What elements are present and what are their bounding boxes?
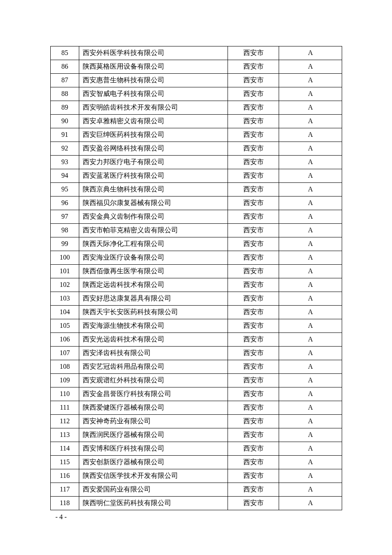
grade: A: [279, 469, 342, 483]
row-number: 85: [51, 46, 79, 60]
grade: A: [279, 224, 342, 237]
city: 西安市: [228, 197, 279, 210]
row-number: 115: [51, 456, 79, 469]
grade: A: [279, 456, 342, 469]
company-name: 陕西明仁堂医药科技有限公司: [79, 497, 228, 510]
grade: A: [279, 183, 342, 197]
company-name: 陕西爱健医疗器械有限公司: [79, 401, 228, 415]
company-name: 西安巨绅医药科技有限公司: [79, 128, 228, 142]
table-row: 93西安力邦医疗电子有限公司西安市A: [51, 156, 342, 169]
table-row: 114西安博和医疗科技有限公司西安市A: [51, 442, 342, 456]
company-name: 西安盈谷网络科技有限公司: [79, 142, 228, 156]
grade: A: [279, 142, 342, 156]
row-number: 101: [51, 265, 79, 278]
table-row: 99陕西天际净化工程有限公司西安市A: [51, 237, 342, 251]
grade: A: [279, 46, 342, 60]
company-name: 西安光远齿科技术有限公司: [79, 333, 228, 347]
company-name: 陕西福贝尔康复器械有限公司: [79, 197, 228, 210]
company-name: 西安海源生物技术有限公司: [79, 319, 228, 333]
company-name: 西安外科医学科技有限公司: [79, 46, 228, 60]
table-row: 88西安智威电子科技有限公司西安市A: [51, 87, 342, 101]
city: 西安市: [228, 224, 279, 237]
city: 西安市: [228, 251, 279, 265]
row-number: 116: [51, 469, 79, 483]
row-number: 107: [51, 347, 79, 360]
table-row: 118陕西明仁堂医药科技有限公司西安市A: [51, 497, 342, 510]
table-row: 113陕西润民医疗器械有限公司西安市A: [51, 428, 342, 442]
row-number: 117: [51, 483, 79, 497]
company-name: 西安观谱红外科技有限公司: [79, 374, 228, 387]
table-row: 104陕西天宇长安医药科技有限公司西安市A: [51, 306, 342, 319]
row-number: 95: [51, 183, 79, 197]
data-table: 85西安外科医学科技有限公司西安市A86陕西莫格医用设备有限公司西安市A87西安…: [50, 46, 342, 510]
row-number: 105: [51, 319, 79, 333]
company-name: 西安惠普生物科技有限公司: [79, 74, 228, 87]
table-row: 102陕西定远齿科技术有限公司西安市A: [51, 278, 342, 292]
page-number: - 4 -: [55, 513, 67, 521]
row-number: 89: [51, 101, 79, 115]
grade: A: [279, 306, 342, 319]
row-number: 96: [51, 197, 79, 210]
grade: A: [279, 497, 342, 510]
table-row: 117西安爱国药业有限公司西安市A: [51, 483, 342, 497]
city: 西安市: [228, 87, 279, 101]
city: 西安市: [228, 278, 279, 292]
table-row: 96陕西福贝尔康复器械有限公司西安市A: [51, 197, 342, 210]
row-number: 110: [51, 387, 79, 401]
city: 西安市: [228, 374, 279, 387]
table-row: 87西安惠普生物科技有限公司西安市A: [51, 74, 342, 87]
table-row: 112西安神奇药业有限公司西安市A: [51, 415, 342, 428]
company-name: 陕西定远齿科技术有限公司: [79, 278, 228, 292]
company-name: 西安卓雅精密义齿有限公司: [79, 115, 228, 128]
row-number: 113: [51, 428, 79, 442]
table-row: 100西安海业医疗设备有限公司西安市A: [51, 251, 342, 265]
row-number: 87: [51, 74, 79, 87]
table-row: 97西安金典义齿制作有限公司西安市A: [51, 210, 342, 224]
grade: A: [279, 115, 342, 128]
row-number: 100: [51, 251, 79, 265]
city: 西安市: [228, 183, 279, 197]
city: 西安市: [228, 347, 279, 360]
company-name: 西安蓝茗医疗科技有限公司: [79, 169, 228, 183]
city: 西安市: [228, 360, 279, 374]
row-number: 104: [51, 306, 79, 319]
table-row: 103西安好思达康复器具有限公司西安市A: [51, 292, 342, 306]
city: 西安市: [228, 387, 279, 401]
city: 西安市: [228, 428, 279, 442]
company-name: 西安艺冠齿科用品有限公司: [79, 360, 228, 374]
city: 西安市: [228, 156, 279, 169]
table-row: 115西安创新医疗器械有限公司西安市A: [51, 456, 342, 469]
table-row: 98西安市帕菲克精密义齿有限公司西安市A: [51, 224, 342, 237]
city: 西安市: [228, 115, 279, 128]
row-number: 98: [51, 224, 79, 237]
grade: A: [279, 319, 342, 333]
grade: A: [279, 87, 342, 101]
city: 西安市: [228, 142, 279, 156]
grade: A: [279, 156, 342, 169]
grade: A: [279, 428, 342, 442]
row-number: 106: [51, 333, 79, 347]
grade: A: [279, 169, 342, 183]
table-row: 110西安金昌誉医疗科技有限公司西安市A: [51, 387, 342, 401]
grade: A: [279, 387, 342, 401]
city: 西安市: [228, 333, 279, 347]
grade: A: [279, 278, 342, 292]
city: 西安市: [228, 483, 279, 497]
row-number: 86: [51, 60, 79, 74]
row-number: 108: [51, 360, 79, 374]
row-number: 94: [51, 169, 79, 183]
grade: A: [279, 210, 342, 224]
table-row: 107西安泽齿科技有限公司西安市A: [51, 347, 342, 360]
table-row: 90西安卓雅精密义齿有限公司西安市A: [51, 115, 342, 128]
table-row: 85西安外科医学科技有限公司西安市A: [51, 46, 342, 60]
row-number: 112: [51, 415, 79, 428]
company-name: 西安爱国药业有限公司: [79, 483, 228, 497]
row-number: 102: [51, 278, 79, 292]
company-name: 西安金典义齿制作有限公司: [79, 210, 228, 224]
grade: A: [279, 360, 342, 374]
table-container: 85西安外科医学科技有限公司西安市A86陕西莫格医用设备有限公司西安市A87西安…: [50, 46, 342, 510]
city: 西安市: [228, 497, 279, 510]
company-name: 西安泽齿科技有限公司: [79, 347, 228, 360]
city: 西安市: [228, 469, 279, 483]
company-name: 陕西天际净化工程有限公司: [79, 237, 228, 251]
